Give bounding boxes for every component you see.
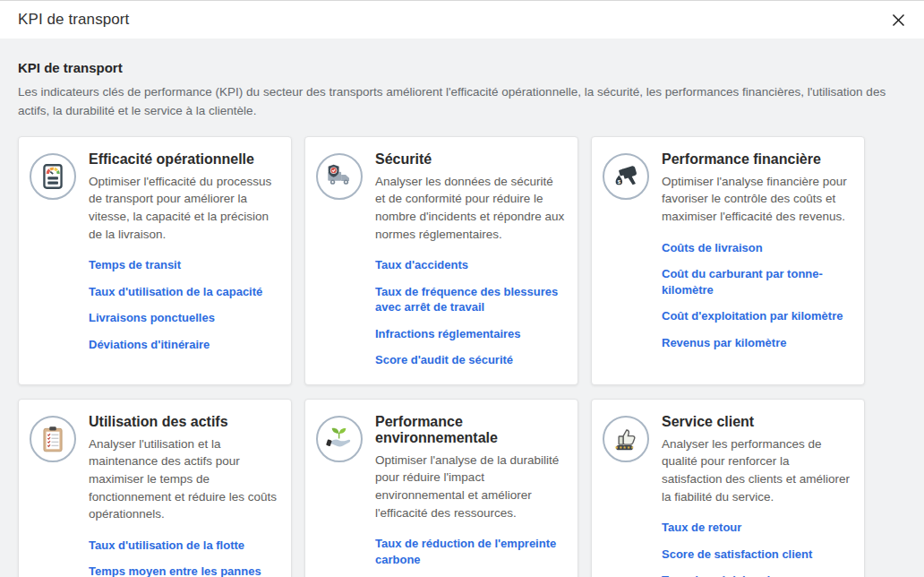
kpi-link[interactable]: Infractions réglementaires bbox=[375, 326, 565, 342]
page-description: Les indicateurs clés de performance (KPI… bbox=[18, 83, 904, 121]
svg-text:★★★★★: ★★★★★ bbox=[615, 444, 635, 450]
thumbs-up-rating-icon: ★★★★★ bbox=[603, 416, 649, 462]
kpi-card-5: Performance environnementale Optimiser l… bbox=[304, 399, 578, 577]
card-link-list: Temps de transitTaux d'utilisation de la… bbox=[89, 257, 278, 352]
dialog-titlebar: KPI de transport bbox=[0, 0, 924, 39]
asset-checklist-icon bbox=[30, 416, 76, 462]
kpi-link[interactable]: Taux de précision des commandes bbox=[662, 573, 851, 577]
kpi-link[interactable]: Score d'audit de sécurité bbox=[375, 352, 565, 368]
card-description: Optimiser l'analyse financière pour favo… bbox=[662, 173, 851, 226]
dialog-title: KPI de transport bbox=[18, 11, 129, 29]
safety-truck-shield-icon bbox=[316, 153, 363, 200]
kpi-link[interactable]: Taux de retour bbox=[662, 520, 851, 536]
kpi-card-3: $ Performance financière Optimiser l'ana… bbox=[591, 136, 865, 385]
card-title: Performance environnementale bbox=[375, 414, 565, 446]
card-description: Analyser l'utilisation et la maintenance… bbox=[89, 435, 278, 523]
kpi-link[interactable]: Déviations d'itinéraire bbox=[89, 337, 278, 353]
card-link-list: Coûts de livraisonCoût du carburant par … bbox=[662, 240, 851, 351]
fuel-nozzle-dollar-icon: $ bbox=[603, 153, 649, 200]
kpi-link[interactable]: Temps moyen entre les pannes bbox=[89, 564, 278, 577]
kpi-link[interactable]: Taux de réduction de l'empreinte carbone bbox=[375, 536, 565, 567]
card-description: Analyser les données de sécurité et de c… bbox=[375, 173, 565, 243]
kpi-card-2: Sécurité Analyser les données de sécurit… bbox=[304, 136, 578, 385]
plant-in-hand-icon bbox=[316, 416, 363, 462]
kpi-link[interactable]: Taux d'utilisation de la capacité bbox=[89, 284, 278, 300]
kpi-card-6: ★★★★★ Service client Analyser les perfor… bbox=[591, 399, 865, 577]
kpi-card-1: Efficacité opérationnelle Optimiser l'ef… bbox=[18, 136, 292, 385]
card-title: Performance financière bbox=[662, 151, 851, 168]
card-title: Efficacité opérationnelle bbox=[89, 151, 278, 168]
kpi-grid: Efficacité opérationnelle Optimiser l'ef… bbox=[18, 136, 906, 577]
kpi-link[interactable]: Revenus par kilomètre bbox=[662, 335, 851, 351]
kpi-link[interactable]: Taux d'utilisation de la flotte bbox=[89, 538, 278, 554]
kpi-link[interactable]: Coût d'exploitation par kilomètre bbox=[662, 308, 851, 324]
kpi-link[interactable]: Taux de fréquence des blessures avec arr… bbox=[375, 284, 565, 315]
card-link-list: Taux de retourScore de satisfaction clie… bbox=[662, 520, 851, 577]
close-button[interactable] bbox=[886, 8, 910, 31]
card-link-list: Taux d'utilisation de la flotteTemps moy… bbox=[89, 538, 278, 577]
card-link-list: Taux de réduction de l'empreinte carbone… bbox=[375, 536, 565, 577]
kpi-link[interactable]: Temps de transit bbox=[89, 257, 278, 273]
operational-efficiency-gauge-icon bbox=[30, 153, 76, 200]
kpi-link[interactable]: Coût du carburant par tonne-kilomètre bbox=[662, 266, 851, 297]
card-description: Optimiser l'analyse de la durabilité pou… bbox=[375, 452, 565, 521]
kpi-link[interactable]: Taux d'accidents bbox=[375, 257, 565, 273]
card-description: Optimiser l'efficacité du processus de t… bbox=[89, 173, 278, 243]
card-title: Sécurité bbox=[375, 151, 565, 168]
page-title: KPI de transport bbox=[18, 60, 906, 75]
kpi-link[interactable]: Score de satisfaction client bbox=[662, 547, 851, 563]
kpi-link[interactable]: Livraisons ponctuelles bbox=[89, 310, 278, 326]
close-icon bbox=[892, 13, 905, 27]
card-title: Utilisation des actifs bbox=[89, 414, 278, 430]
kpi-card-4: Utilisation des actifs Analyser l'utilis… bbox=[18, 399, 292, 577]
kpi-content: KPI de transport Les indicateurs clés de… bbox=[0, 39, 924, 577]
card-description: Analyser les performances de qualité pou… bbox=[662, 435, 851, 505]
card-title: Service client bbox=[662, 414, 851, 430]
kpi-link[interactable]: Coûts de livraison bbox=[662, 240, 851, 256]
card-link-list: Taux d'accidentsTaux de fréquence des bl… bbox=[375, 257, 565, 368]
